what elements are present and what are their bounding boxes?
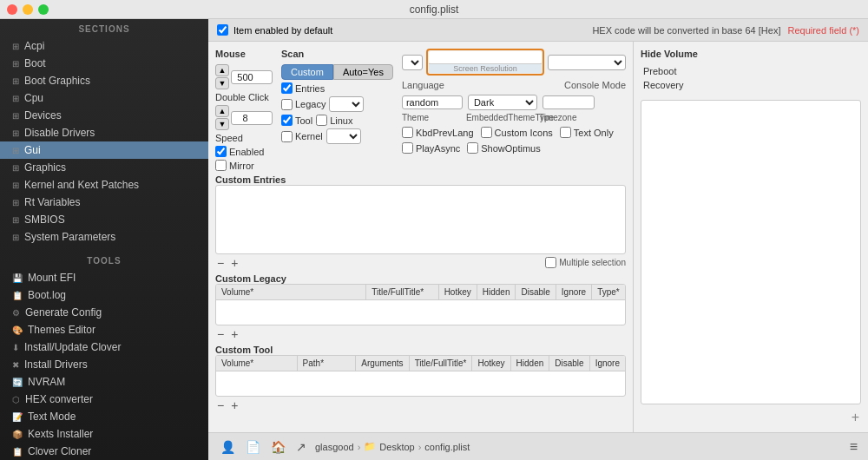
top-bar: Item enabled by default HEX code will be… xyxy=(208,19,868,42)
home-icon-btn[interactable]: 🏠 xyxy=(269,438,287,456)
doc-icon-btn[interactable]: 📄 xyxy=(244,438,262,456)
sidebar-item-cpu[interactable]: ⊞Cpu xyxy=(0,89,208,107)
mouse-click-input[interactable] xyxy=(231,111,273,125)
sidebar-item-smbios[interactable]: ⊞SMBIOS xyxy=(0,211,208,228)
sidebar-tool-boot-log[interactable]: 📋Boot.log xyxy=(0,286,208,304)
sidebar-item-kernel-kext[interactable]: ⊞Kernel and Kext Patches xyxy=(0,176,208,194)
sidebar-tool-nvram[interactable]: 🔄NVRAM xyxy=(0,373,208,391)
mirror-checkbox[interactable] xyxy=(215,160,227,171)
legacy-checkbox[interactable] xyxy=(281,99,293,110)
content-area: Item enabled by default HEX code will be… xyxy=(208,19,868,460)
show-optimus-checkbox[interactable] xyxy=(467,142,478,154)
theme-input[interactable] xyxy=(402,95,463,109)
sidebar-tool-install-drivers[interactable]: ✖Install Drivers xyxy=(0,356,208,373)
sidebar-tool-install-update-clover[interactable]: ⬇Install/Update Clover xyxy=(0,338,208,356)
grid-icon: ⊞ xyxy=(12,42,19,51)
legacy-label: Legacy xyxy=(295,99,326,109)
legacy-col-1: Title/FullTitle* xyxy=(366,285,438,299)
clover-cloner-icon: 📋 xyxy=(12,447,23,457)
sidebar-item-rt-variables[interactable]: ⊞Rt Variables xyxy=(0,194,208,211)
mouse-click-up[interactable]: ▲ xyxy=(215,105,229,117)
close-button[interactable] xyxy=(7,4,17,15)
lang-type-select[interactable] xyxy=(402,55,423,70)
kernel-select[interactable] xyxy=(326,128,361,144)
tool-label-text-mode: Text Mode xyxy=(28,411,76,423)
breadcrumb-file: config.plist xyxy=(424,442,470,452)
custom-tool-add-btn[interactable]: + xyxy=(229,398,240,412)
tool-col-6: Disable xyxy=(549,356,589,371)
person-icon-btn[interactable]: 👤 xyxy=(219,438,237,456)
sidebar-item-system-params[interactable]: ⊞System Parameters xyxy=(0,228,208,246)
mouse-speed-down[interactable]: ▼ xyxy=(215,77,229,89)
mouse-section: Mouse ▲ ▼ Double Click ▲ xyxy=(215,49,273,171)
sidebar-tool-clover-cloner[interactable]: 📋Clover Cloner xyxy=(0,443,208,460)
custom-entries-table xyxy=(215,185,626,254)
kbd-checkbox[interactable] xyxy=(402,127,413,138)
sidebar-item-acpi[interactable]: ⊞Acpi xyxy=(0,37,208,55)
breadcrumb: glasgood › 📁 Desktop › config.plist xyxy=(315,441,470,452)
sidebar-label-acpi: Acpi xyxy=(24,40,44,52)
kernel-checkbox[interactable] xyxy=(281,131,293,142)
window-controls xyxy=(7,4,49,15)
item-enabled-checkbox[interactable] xyxy=(217,24,228,36)
speed-label: Speed xyxy=(215,133,273,143)
minimize-button[interactable] xyxy=(23,4,33,15)
custom-legacy-body xyxy=(216,300,625,325)
custom-icons-checkbox[interactable] xyxy=(481,127,492,138)
desktop-folder-icon: 📁 xyxy=(364,441,376,452)
mouse-click-down[interactable]: ▼ xyxy=(215,118,229,130)
sidebar-label-kernel-kext: Kernel and Kext Patches xyxy=(24,179,139,191)
custom-legacy-remove-btn[interactable]: − xyxy=(215,327,226,341)
sidebar-label-rt-variables: Rt Variables xyxy=(24,196,80,208)
enabled-row: Enabled xyxy=(215,146,273,157)
console-mode-label: Console Mode xyxy=(564,80,626,90)
custom-legacy-add-btn[interactable]: + xyxy=(229,327,240,341)
sidebar-item-disable-drivers[interactable]: ⊞Disable Drivers xyxy=(0,124,208,141)
custom-btn[interactable]: Custom xyxy=(281,64,333,80)
screen-res-label: Screen Resolution xyxy=(429,63,542,73)
embedded-type-select[interactable]: Dark xyxy=(468,95,537,110)
sidebar-tool-mount-efi[interactable]: 💾Mount EFI xyxy=(0,269,208,286)
timezone-input[interactable] xyxy=(542,95,595,109)
sidebar-item-boot-graphics[interactable]: ⊞Boot Graphics xyxy=(0,72,208,89)
mirror-row: Mirror xyxy=(215,160,273,171)
sidebar-item-graphics[interactable]: ⊞Graphics xyxy=(0,159,208,176)
screen-res-input[interactable] xyxy=(429,51,542,63)
window-title: config.plist xyxy=(410,3,459,16)
mouse-speed-input[interactable] xyxy=(231,70,273,84)
console-mode-select[interactable] xyxy=(548,55,626,70)
custom-entries-add-btn[interactable]: + xyxy=(229,256,240,270)
tool-col-2: Arguments xyxy=(356,356,409,371)
sidebar-tool-hex-converter[interactable]: ⬡HEX converter xyxy=(0,391,208,408)
custom-tool-controls: − + xyxy=(215,398,626,412)
sidebar-item-gui[interactable]: ⊞Gui xyxy=(0,141,208,159)
play-async-checkbox[interactable] xyxy=(402,142,413,154)
custom-entries-remove-btn[interactable]: − xyxy=(215,256,226,270)
sidebar-tool-themes-editor[interactable]: 🎨Themes Editor xyxy=(0,321,208,338)
sidebar-item-boot[interactable]: ⊞Boot xyxy=(0,55,208,72)
double-click-label: Double Click xyxy=(215,92,273,102)
sidebar-tool-text-mode[interactable]: 📝Text Mode xyxy=(0,408,208,425)
tool-label-kexts-installer: Kexts Installer xyxy=(28,428,93,440)
sidebar-tool-generate-config[interactable]: ⚙Generate Config xyxy=(0,304,208,321)
sidebar-item-devices[interactable]: ⊞Devices xyxy=(0,107,208,124)
hide-vol-add-btn[interactable]: + xyxy=(850,410,861,425)
scan-label: Scan xyxy=(281,49,393,59)
maximize-button[interactable] xyxy=(38,4,49,15)
text-only-checkbox[interactable] xyxy=(560,127,571,138)
entries-checkbox[interactable] xyxy=(281,82,293,94)
share-icon-btn[interactable]: ↗ xyxy=(294,438,308,456)
breadcrumb-sep2: › xyxy=(418,442,422,452)
linux-checkbox[interactable] xyxy=(316,115,327,126)
enabled-checkbox[interactable] xyxy=(215,146,227,157)
mouse-speed-up[interactable]: ▲ xyxy=(215,64,229,76)
tool-label-install-drivers: Install Drivers xyxy=(24,358,88,371)
tool-checkbox[interactable] xyxy=(281,115,293,126)
mouse-label: Mouse xyxy=(215,49,273,59)
multiple-sel-checkbox[interactable] xyxy=(545,257,556,268)
auto-yes-btn[interactable]: Auto=Yes xyxy=(333,64,393,80)
custom-tool-remove-btn[interactable]: − xyxy=(215,398,226,412)
embedded-type-label: EmbeddedThemeType xyxy=(466,113,536,122)
legacy-select[interactable] xyxy=(329,96,364,112)
sidebar-tool-kexts-installer[interactable]: 📦Kexts Installer xyxy=(0,425,208,443)
